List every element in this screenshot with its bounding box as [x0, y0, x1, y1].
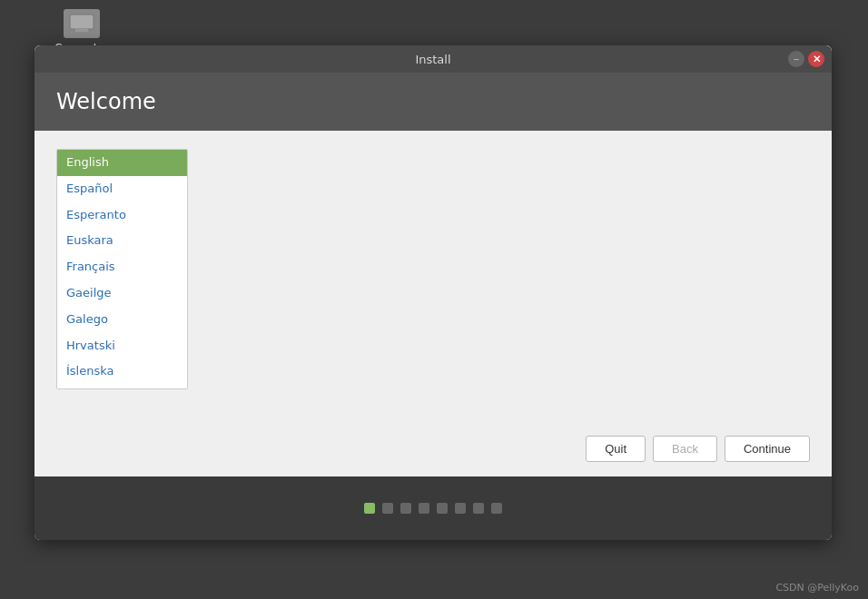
- progress-dot-0: [364, 503, 375, 514]
- language-item-islenska[interactable]: Íslenska: [57, 358, 187, 385]
- close-button[interactable]: ✕: [808, 51, 824, 67]
- quit-button[interactable]: Quit: [586, 436, 646, 462]
- progress-dot-4: [437, 503, 448, 514]
- progress-footer: [35, 476, 832, 540]
- language-item-english[interactable]: English: [57, 150, 187, 176]
- progress-dot-2: [400, 503, 411, 514]
- language-item-gaeilge[interactable]: Gaeilge: [57, 280, 187, 307]
- language-list[interactable]: EnglishEspañolEsperantoEuskaraFrançaisGa…: [56, 149, 188, 389]
- progress-dot-3: [419, 503, 429, 514]
- progress-dot-1: [382, 503, 393, 514]
- language-item-francais[interactable]: Français: [57, 254, 187, 280]
- continue-button[interactable]: Continue: [725, 436, 810, 462]
- progress-dot-6: [473, 503, 484, 514]
- button-row: Quit Back Continue: [35, 421, 832, 476]
- language-item-euskara[interactable]: Euskara: [57, 228, 187, 254]
- content-body: EnglishEspañolEsperantoEuskaraFrançaisGa…: [35, 131, 832, 421]
- watermark: CSDN @PellyKoo: [775, 582, 859, 594]
- page-title: Welcome: [56, 89, 810, 114]
- window-title: Install: [415, 53, 450, 66]
- svg-rect-2: [73, 32, 91, 34]
- install-window: Install – ✕ Welcome EnglishEspañolEspera…: [35, 45, 832, 540]
- svg-rect-0: [70, 15, 94, 29]
- language-item-espanol[interactable]: Español: [57, 176, 187, 202]
- progress-dot-7: [491, 503, 502, 514]
- content-header: Welcome: [35, 73, 832, 131]
- window-controls: – ✕: [788, 51, 824, 67]
- language-item-esperanto[interactable]: Esperanto: [57, 202, 187, 229]
- minimize-button[interactable]: –: [788, 51, 804, 67]
- computer-icon: [64, 9, 100, 38]
- progress-dot-5: [455, 503, 466, 514]
- back-button[interactable]: Back: [653, 436, 717, 462]
- language-item-italiano[interactable]: Italiano: [57, 385, 187, 389]
- svg-rect-1: [75, 29, 88, 32]
- language-item-hrvatski[interactable]: Hrvatski: [57, 333, 187, 359]
- language-item-galego[interactable]: Galego: [57, 307, 187, 333]
- titlebar: Install – ✕: [35, 45, 832, 73]
